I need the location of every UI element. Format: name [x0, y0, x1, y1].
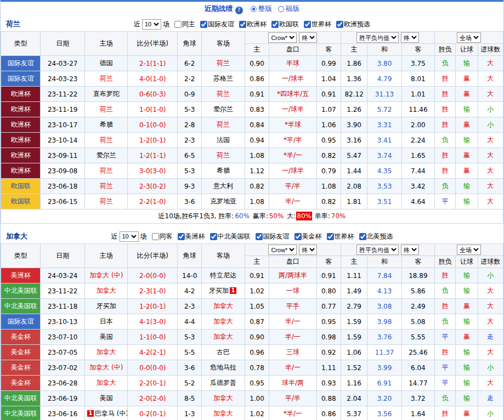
eu-draw-cell[interactable]: 3.31	[367, 117, 401, 133]
handicap-cell: 平/半	[269, 179, 317, 194]
filter-checkbox-同客[interactable]	[152, 233, 159, 240]
odds-company-select[interactable]: Crow*	[268, 32, 297, 43]
europe-odds-select[interactable]: 胜平负均值	[356, 32, 399, 43]
away-team-cell: 苏格兰	[202, 71, 245, 87]
eu-draw-cell[interactable]: 3.80	[367, 56, 401, 71]
filter-美洲杯[interactable]: 美洲杯	[174, 232, 205, 241]
eu-draw-cell[interactable]: 3.56	[367, 406, 401, 420]
filter-checkbox-国际友谊[interactable]	[256, 233, 263, 240]
eu-draw-cell[interactable]: 4.35	[367, 163, 401, 179]
help-icon[interactable]: ?	[235, 7, 243, 14]
eu-away-subheader: 客	[401, 44, 434, 56]
filter-美金杯[interactable]: 美金杯	[291, 232, 322, 241]
team-label: 苏格兰	[213, 75, 233, 82]
filter-欧洲杯[interactable]: 欧洲杯	[236, 20, 267, 29]
filter-checkbox-欧洲杯[interactable]	[239, 21, 246, 28]
odds-away-cell: 1.08	[316, 179, 341, 194]
filter-checkbox-北美预选[interactable]	[359, 233, 366, 240]
scope-select[interactable]: 全场	[457, 245, 481, 255]
eu-draw-cell[interactable]: 3.20	[367, 391, 401, 406]
eu-draw-cell[interactable]: 3.98	[367, 314, 401, 330]
match-type-cell: 欧洲杯	[1, 163, 41, 179]
scope-select[interactable]: 全场	[457, 32, 481, 43]
odds-company-select[interactable]: Crow*	[268, 245, 297, 255]
eu-draw-cell[interactable]: 3.76	[367, 330, 401, 345]
filter-同客[interactable]: 同客	[149, 232, 173, 241]
away-team-cell: 加拿大	[202, 299, 245, 314]
result-cell: 平	[435, 360, 456, 376]
filter-欧国联[interactable]: 欧国联	[268, 20, 299, 29]
eu-away-cell: 5.55	[401, 330, 434, 345]
filter-北美预选[interactable]: 北美预选	[356, 232, 393, 241]
filter-世界杯[interactable]: 世界杯	[324, 232, 354, 241]
odds-final-select[interactable]: 终	[299, 245, 317, 255]
page-title-link[interactable]: 近期战绩	[205, 4, 233, 13]
europe-odds-header: 胜平负均值终	[341, 244, 434, 256]
filter-国际友谊[interactable]: 国际友谊	[197, 20, 234, 29]
recent-count-select[interactable]: 10	[120, 231, 139, 242]
summary-segment: 大:	[284, 212, 296, 220]
match-date: 23-11-19	[41, 102, 85, 117]
eu-away-cell: 1.64	[401, 406, 434, 420]
filter-label: 国际友谊	[263, 232, 290, 241]
eu-draw-cell[interactable]: 4.79	[367, 71, 401, 87]
score-cell: 1-2(1-1)	[128, 148, 178, 163]
eu-draw-cell[interactable]: 3.74	[367, 148, 401, 163]
match-date: 23-10-14	[41, 133, 85, 148]
home-team-cell: 牙买加	[84, 299, 128, 314]
filter-同主[interactable]: 同主	[171, 20, 195, 29]
filter-世界杯[interactable]: 世界杯	[301, 20, 331, 29]
team-label: 加拿大 (中)	[89, 364, 123, 371]
europe-final-select[interactable]: 终	[401, 245, 419, 255]
eu-draw-cell[interactable]: 3.51	[367, 194, 401, 209]
recent-count-select[interactable]: 10	[142, 19, 161, 30]
eu-draw-cell[interactable]: 11.37	[367, 345, 401, 360]
filter-中北美国联[interactable]: 中北美国联	[207, 232, 251, 241]
filter-欧洲预选[interactable]: 欧洲预选	[333, 20, 370, 29]
team-label: 荷兰	[100, 136, 113, 144]
eu-draw-cell[interactable]: 3.41	[367, 133, 401, 148]
radio-fu-version[interactable]	[278, 6, 284, 12]
filter-checkbox-世界杯[interactable]	[327, 233, 334, 240]
away-team-cell: 荷兰	[202, 87, 245, 102]
eu-draw-cell[interactable]: 3.99	[367, 360, 401, 376]
radio-full-version[interactable]	[251, 6, 257, 12]
odds-away-cell: 1.07	[316, 102, 341, 117]
filter-国际友谊[interactable]: 国际友谊	[252, 232, 290, 241]
eu-draw-cell[interactable]: 6.91	[367, 376, 401, 391]
eu-draw-cell[interactable]: 3.53	[367, 179, 401, 194]
europe-final-select[interactable]: 终	[401, 32, 419, 43]
match-type-cell: 欧洲杯	[1, 148, 41, 163]
eu-home-cell: 1.81	[341, 194, 367, 209]
handicap-result-subheader: 让球	[456, 256, 478, 268]
odds-away-cell: 1.04	[316, 71, 341, 87]
filter-checkbox-欧洲预选[interactable]	[336, 21, 343, 28]
filter-checkbox-欧国联[interactable]	[271, 21, 279, 28]
eu-draw-cell[interactable]: 3.08	[367, 299, 401, 314]
europe-odds-select[interactable]: 胜平负均值	[356, 245, 399, 255]
odds-final-select[interactable]: 终	[299, 32, 317, 43]
col-corner-header: 角球	[178, 244, 202, 268]
filter-checkbox-同主[interactable]	[174, 21, 182, 28]
eu-draw-cell[interactable]: 7.84	[367, 268, 401, 283]
filter-checkbox-美洲杯[interactable]	[178, 233, 185, 240]
filter-checkbox-中北美国联[interactable]	[210, 233, 217, 240]
filter-checkbox-国际友谊[interactable]	[200, 21, 207, 28]
home-team-cell: 荷兰	[84, 133, 128, 148]
col-home-team-header: 主场	[84, 244, 128, 268]
corner-cell: 5-5	[178, 345, 202, 360]
eu-home-cell: 82.12	[341, 87, 367, 102]
odds-away-cell: 0.93	[316, 376, 341, 391]
eu-draw-cell[interactable]: 4.13	[367, 283, 401, 299]
eu-draw-cell[interactable]: 31.13	[367, 87, 401, 102]
team-label: 瓜德罗普	[210, 379, 236, 387]
match-type-cell: 欧洲杯	[1, 87, 41, 102]
team-label: 克罗地亚	[210, 197, 236, 205]
eu-away-cell: 1.65	[401, 148, 434, 163]
table-head: 类型日期主场比分(半场)角球客场Crow*终胜平负均值终全场主盘口客主和客胜负让…	[1, 32, 503, 56]
odds-away-cell: 0.95	[316, 314, 341, 330]
filter-checkbox-世界杯[interactable]	[304, 21, 311, 28]
odds-home-cell: 0.90	[245, 330, 269, 345]
eu-draw-cell[interactable]: 5.72	[367, 102, 401, 117]
filter-checkbox-美金杯[interactable]	[295, 233, 302, 240]
